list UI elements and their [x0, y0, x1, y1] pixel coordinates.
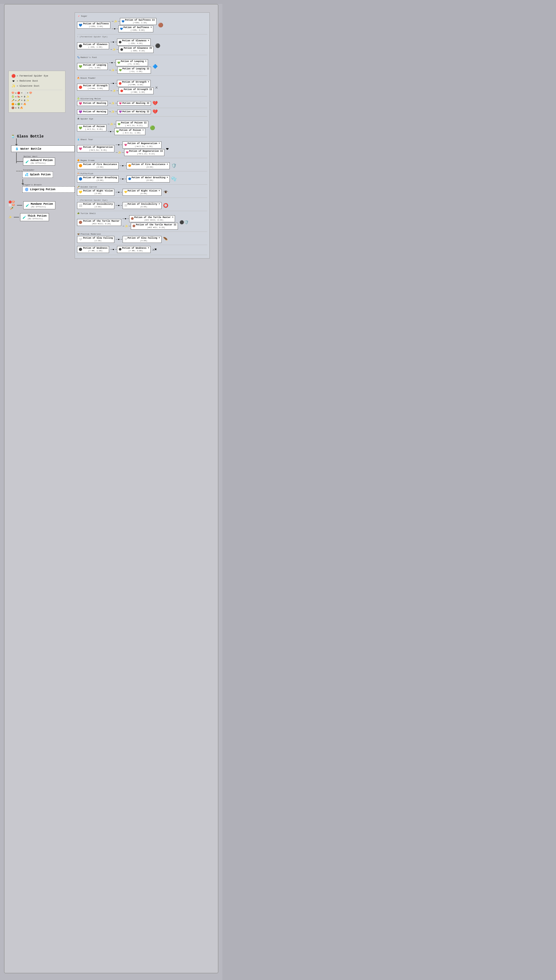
arrow-leap-up1b: → — [113, 61, 115, 65]
turtle-master-group: 🐢 Turtle Shell 🟤 Potion of the Turtle Ma… — [77, 212, 207, 232]
potion-of-regen-node: 💗 Potion of Regeneration (+❤/2.5s; 0:45) — [77, 145, 115, 152]
pufferfish-icon: 🐡 — [77, 172, 80, 175]
blaze-powder-icon: 🔥 — [23, 103, 26, 106]
legend-compound-2: 🍈 = 🍉 + 8 ✨ — [11, 95, 63, 98]
weakness-plus-stat: (×-❤❤; 4:00) — [122, 250, 149, 252]
slowness-base-row: ⚫ Potion of Slowness (-15%; 1:30) → ❤️ → — [77, 39, 207, 53]
healing-side-icon: 💔 — [152, 101, 158, 106]
poison-name: Potion of Poison — [83, 125, 105, 128]
potion-of-fire-res-node: 🟠 Potion of Fire Resistance (3:00) — [77, 162, 119, 169]
thick-h-line — [14, 217, 19, 217]
slowness-group: ↑ (Fermented Spider Eye) ⚫ Potion of Slo… — [77, 36, 207, 55]
poison-plus-stat: (-❤/2.5s; 1:30) — [120, 132, 144, 134]
weakness-group: ⚫ Potion of Weakness (×-❤❤; 1:30) → ❤️ → — [77, 246, 207, 255]
turtle-stat: (❤IV ❤III; 0:20) — [83, 223, 120, 225]
arrow-str-up1b: → — [115, 82, 116, 85]
harming-potion-icon: 💜 — [79, 110, 82, 114]
glistering-melon-row: 🍈 Glistering Melon — [77, 97, 207, 100]
turtle-up2: → ✨ → 🟤 Potion of the Turtle Master II (… — [122, 223, 178, 230]
leaping-side-icon: 🔷 — [152, 64, 158, 69]
slow-fall-name: Potion of Slow Falling — [83, 237, 113, 240]
regen-inner: 💗 Potion of Regeneration (+❤/2.5s; 0:45) — [79, 146, 113, 151]
potion-of-slow-fall-node: 🤍 Potion of Slow Falling (1:30) — [77, 236, 115, 243]
slowness-potion-icon: ⚫ — [79, 44, 82, 48]
glowstone-swift-icon: ✨ — [114, 20, 117, 23]
poison-group: 🕷️ Spider Eye 💚 Potion of Poison (-❤/2.5… — [77, 118, 207, 137]
slowness-stat: (-15%; 1:30) — [83, 46, 107, 49]
arrow-fireres-up1b: → — [124, 164, 126, 168]
harming-ii-icon: 💜 — [119, 110, 122, 113]
arrow-turtle-up2: → — [122, 224, 124, 228]
arrow-str-up2: → — [110, 89, 112, 93]
turtle-side-icon: ⚫🛡️ — [179, 220, 189, 225]
magma-cream-icon: 🟠 — [11, 103, 14, 106]
poison-ii-node: 💚 Potion of Poison II (-❤/1.2s; 0:21) — [116, 121, 148, 128]
leaping-up2: → ✨ → 💚 Potion of Leaping II (+1¼; 1:30) — [109, 67, 151, 74]
harming-name: Potion of Harming — [83, 110, 106, 113]
arrow-regen-up2b: → — [121, 151, 123, 154]
slowness-iv-stat: (-60%; 0:20) — [124, 50, 152, 52]
h-line-wart — [17, 161, 23, 162]
potion-of-invis-node: ⬜ Potion of Invisibility (3:00) — [77, 202, 115, 209]
magma-cream-ing-icon: 🔶 — [77, 159, 80, 162]
turtle-base-row: 🟤 Potion of the Turtle Master (❤IV ❤III;… — [77, 215, 207, 230]
leaping-name: Potion of Leaping — [83, 64, 106, 67]
poison-up2: → ❤️ → 💚 Potion of Poison + (-❤/2.5s; 1:… — [107, 128, 148, 135]
regen-ii-text: Potion of Regeneration II (+❤/1.2s; 0:22… — [129, 150, 163, 155]
ghast-tear-icon: 💧 — [77, 138, 80, 141]
rabbits-foot-label: Rabbit's Foot — [81, 56, 97, 58]
turtle-shell-row: 🐢 Turtle Shell — [77, 212, 207, 215]
poison-ii-inner: 💚 Potion of Poison II (-❤/1.2s; 0:21) — [118, 121, 147, 127]
poison-plus-node: 💚 Potion of Poison + (-❤/2.5s; 1:30) — [115, 128, 145, 135]
swiftness-plus-inner: 💙 Potion of Swiftness + (+20%; 8:00) — [120, 26, 152, 32]
leaping-ii-name: Potion of Leaping II — [122, 68, 149, 70]
page-wrapper: 🔴 = Fermented Spider Eye ❤️ = Redstone D… — [0, 4, 222, 980]
water-breath-inner: 🔵 Potion of Water Breathing (3:00) — [79, 176, 117, 182]
invis-text: Potion of Invisibility (3:00) — [83, 203, 113, 208]
potion-of-harming-node: 💜 Potion of Harming — [77, 109, 108, 115]
redstone-fireres-icon: ❤️ — [122, 164, 124, 167]
slowness-up1: → ❤️ → ⚫ Potion of Slowness + (-15%; 4:0… — [110, 39, 154, 45]
arrow-poi-up2b: → — [112, 130, 114, 134]
harming-ii-node: 💜 Potion of Harming II — [117, 110, 151, 114]
water-breath-stat: (3:00) — [83, 180, 117, 182]
arrow-heal-up1b: → — [115, 102, 117, 105]
strength-up1: → ❤️ → 🔴 Potion of Strength + (×2+❤❤; 8:… — [110, 80, 154, 87]
arrow-regen-up1b: → — [120, 143, 122, 147]
lingering-potion-icon: 🌀 — [25, 188, 29, 191]
poison-ii-stat: (-❤/1.2s; 0:21) — [121, 125, 147, 127]
slowness-plus-text: Potion of Slowness + (-15%; 4:00) — [122, 39, 149, 45]
invis-potion-icon: ⬜ — [79, 204, 82, 207]
slow-fall-plus-stat: (4:00) — [128, 240, 160, 242]
slowness-iv-icon: ⚫ — [120, 48, 123, 51]
regen-up2: → ✨ → 💗 Potion of Regeneration II (+❤/1.… — [115, 149, 165, 156]
nether-wart-branch: Nether Wart 🧪 Awkward Potion (No Effects… — [8, 152, 75, 165]
strength-base-row: 🔴 Potion of Strength (×2+❤❤; 3:00) → ❤️ … — [77, 80, 207, 94]
gunpowder-h-line — [16, 171, 23, 171]
swiftness-ii-stat: (+40%; 1:30) — [125, 22, 155, 24]
magma-cream-row: 🔶 Magma Cream — [77, 159, 207, 162]
phantom-membrane-icon: 🦋 — [77, 233, 80, 235]
turtle-ii-inner: 🟤 Potion of the Turtle Master II (❤VI ❤I… — [133, 223, 176, 229]
turtle-ii-stat: (❤VI ❤IV; 0:20) — [136, 226, 176, 229]
arrowhead-gb-wb — [15, 144, 18, 146]
pufferfish-label: Pufferfish — [81, 172, 93, 175]
swiftness-upgrades: → ✨ → 💙 Potion of Swiftness II (+40%; 1:… — [112, 18, 157, 32]
swiftness-up1: → ✨ → 💙 Potion of Swiftness II (+40%; 1:… — [112, 18, 157, 25]
bowl-icon: ⬜ — [23, 92, 26, 95]
healing-upgrade-area: → ✨ → 💗 Potion of Healing II — [109, 101, 151, 106]
water-bottle-label: Water Bottle — [20, 147, 41, 150]
nether-wart-info: Nether Wart 🧪 Awkward Potion (No Effects… — [23, 155, 55, 165]
leaping-ii-text: Potion of Leaping II (+1¼; 1:30) — [122, 68, 149, 73]
slimeball-icon: 🟢 — [17, 103, 20, 106]
ghast-tear-label: Ghast Tear — [81, 138, 93, 141]
regen-ii-icon: 💗 — [126, 151, 129, 154]
fire-res-plus-stat: (8:00) — [132, 166, 168, 168]
fire-resistance-group: 🔶 Magma Cream 🟠 Potion of Fire Resistanc… — [77, 159, 207, 171]
poison-ii-name: Potion of Poison II — [121, 121, 147, 125]
water-breath-plus-node: 🔵 Potion of Water Breathing + (8:00) — [126, 176, 170, 183]
turtle-upgrades: → ❤️ → 🟤 Potion of the Turtle Master + (… — [122, 215, 178, 230]
slow-fall-potion-icon: 🤍 — [79, 238, 82, 241]
mundane-potion-sub: (No Effects) — [31, 205, 53, 208]
regen-up1: → ❤️ → 💗 Potion of Regeneration + (+❤/2.… — [115, 141, 165, 148]
